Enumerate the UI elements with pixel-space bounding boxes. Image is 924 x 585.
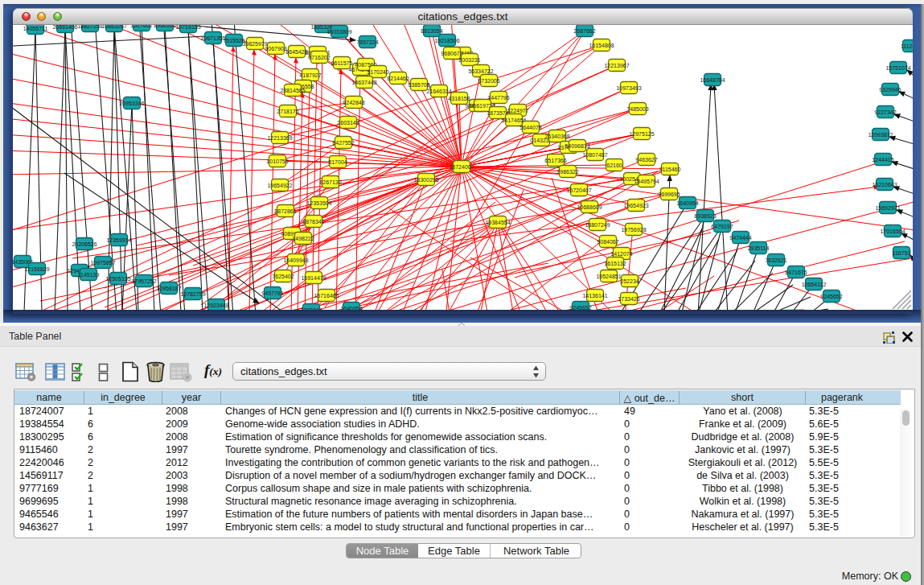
- svg-text:16033809: 16033809: [326, 29, 351, 35]
- svg-text:19384554: 19384554: [485, 220, 510, 225]
- svg-text:12156829: 12156829: [24, 266, 49, 272]
- svg-text:2718176: 2718176: [277, 109, 298, 114]
- svg-text:26340368: 26340368: [544, 134, 569, 139]
- svg-text:1412074: 1412074: [610, 251, 632, 257]
- svg-text:6517366: 6517366: [544, 158, 566, 163]
- svg-text:18807249: 18807249: [585, 222, 610, 228]
- svg-text:16648784: 16648784: [700, 77, 725, 83]
- svg-text:18300295: 18300295: [413, 177, 438, 183]
- svg-text:3170240: 3170240: [367, 69, 388, 75]
- svg-text:9474444: 9474444: [729, 235, 751, 241]
- svg-text:1010755: 1010755: [266, 159, 288, 164]
- svg-text:9699695: 9699695: [658, 192, 680, 197]
- svg-text:10671355: 10671355: [200, 35, 225, 41]
- svg-text:9457791: 9457791: [261, 290, 283, 296]
- svg-text:19218506: 19218506: [434, 38, 459, 43]
- svg-text:9463627: 9463627: [635, 157, 657, 163]
- svg-text:19654923: 19654923: [623, 203, 648, 208]
- svg-text:8427552: 8427552: [332, 140, 354, 146]
- svg-text:14136141: 14136141: [582, 293, 607, 299]
- svg-text:23814585: 23814585: [280, 88, 305, 93]
- svg-text:15716465: 15716465: [314, 293, 339, 299]
- svg-text:1640954: 1640954: [340, 306, 362, 311]
- svg-text:8471676: 8471676: [785, 270, 807, 275]
- svg-text:9227342: 9227342: [874, 109, 896, 115]
- svg-text:12359914: 12359914: [106, 237, 131, 243]
- svg-text:15720407: 15720407: [566, 187, 591, 193]
- svg-text:20953346: 20953346: [119, 101, 144, 106]
- svg-text:10688609: 10688609: [577, 204, 602, 210]
- svg-text:10807487: 10807487: [582, 152, 607, 158]
- svg-text:6611575: 6611575: [331, 60, 353, 66]
- svg-text:9245652: 9245652: [569, 305, 591, 311]
- svg-text:8813054: 8813054: [421, 28, 442, 34]
- svg-text:817004: 817004: [328, 159, 347, 165]
- svg-text:15751074: 15751074: [885, 65, 910, 71]
- svg-text:5644078: 5644078: [519, 125, 541, 130]
- svg-text:12353504: 12353504: [306, 200, 331, 206]
- svg-text:18827258: 18827258: [77, 25, 102, 29]
- svg-text:6479197: 6479197: [711, 224, 733, 229]
- svg-text:10958187: 10958187: [156, 286, 181, 291]
- svg-text:12923448: 12923448: [203, 303, 228, 308]
- svg-text:8966160: 8966160: [154, 25, 175, 28]
- svg-text:7625402: 7625402: [272, 274, 294, 279]
- svg-text:252234: 252234: [620, 278, 639, 284]
- svg-text:19756928: 19756928: [621, 227, 646, 233]
- svg-text:10853267: 10853267: [101, 25, 126, 29]
- svg-text:14637448: 14637448: [351, 80, 376, 85]
- svg-text:12505135: 12505135: [105, 276, 130, 282]
- svg-text:7986322: 7986322: [556, 169, 578, 175]
- svg-text:12213369: 12213369: [267, 135, 292, 141]
- svg-text:7632621: 7632621: [765, 257, 786, 263]
- svg-text:9385708: 9385708: [408, 82, 429, 88]
- svg-text:7485003: 7485003: [626, 106, 648, 112]
- svg-text:20691406: 20691406: [52, 25, 77, 30]
- svg-text:2003231: 2003231: [458, 57, 480, 63]
- svg-text:9245652: 9245652: [820, 294, 842, 299]
- svg-text:116753: 116753: [893, 250, 911, 256]
- svg-text:16914479: 16914479: [301, 275, 326, 281]
- svg-text:20206526: 20206526: [72, 241, 97, 247]
- svg-text:14055711: 14055711: [23, 26, 48, 31]
- svg-text:17016504: 17016504: [880, 229, 905, 234]
- svg-text:12213967: 12213967: [604, 63, 629, 68]
- svg-text:21646314: 21646314: [426, 89, 451, 94]
- svg-text:8938923: 8938923: [694, 213, 716, 219]
- svg-text:8878342: 8878342: [302, 219, 324, 225]
- svg-text:18724007: 18724007: [449, 164, 474, 170]
- svg-text:1145139: 1145139: [78, 272, 100, 278]
- svg-text:10973493: 10973493: [616, 85, 641, 91]
- svg-text:8872861: 8872861: [274, 208, 296, 214]
- svg-text:12975125: 12975125: [629, 131, 654, 137]
- svg-text:8214460: 8214460: [387, 76, 409, 81]
- svg-text:4187927: 4187927: [299, 72, 321, 78]
- svg-text:16210643: 16210643: [872, 182, 897, 187]
- svg-text:19524851: 19524851: [596, 274, 621, 279]
- svg-text:1527602: 1527602: [130, 25, 152, 28]
- svg-text:62160: 62160: [606, 163, 622, 168]
- svg-text:9329946: 9329946: [879, 87, 901, 93]
- svg-text:1615132: 1615132: [604, 261, 626, 266]
- svg-text:9242848: 9242848: [343, 100, 364, 105]
- svg-text:9067903: 9067903: [265, 46, 286, 51]
- svg-text:2687662: 2687662: [573, 28, 595, 34]
- svg-text:9084067: 9084067: [597, 239, 618, 245]
- svg-text:56334722: 56334722: [468, 68, 493, 74]
- svg-text:1244415: 1244415: [872, 157, 893, 163]
- svg-text:2935114: 2935114: [748, 245, 770, 251]
- svg-text:10975857: 10975857: [90, 260, 115, 266]
- svg-text:7857224: 7857224: [356, 39, 378, 45]
- svg-text:10719155: 10719155: [175, 25, 200, 30]
- svg-text:10654112: 10654112: [802, 282, 827, 287]
- svg-text:1640954: 1640954: [676, 200, 698, 206]
- svg-text:9115460: 9115460: [659, 167, 681, 172]
- svg-text:1873574: 1873574: [487, 110, 508, 116]
- svg-text:1112837: 1112837: [901, 43, 913, 49]
- svg-text:1498222: 1498222: [292, 236, 314, 241]
- svg-text:16409948: 16409948: [283, 257, 308, 263]
- svg-text:9732005: 9732005: [478, 78, 499, 84]
- svg-text:54096873: 54096873: [565, 143, 589, 149]
- svg-text:1224977: 1224977: [507, 108, 528, 113]
- svg-text:1447796: 1447796: [487, 95, 509, 101]
